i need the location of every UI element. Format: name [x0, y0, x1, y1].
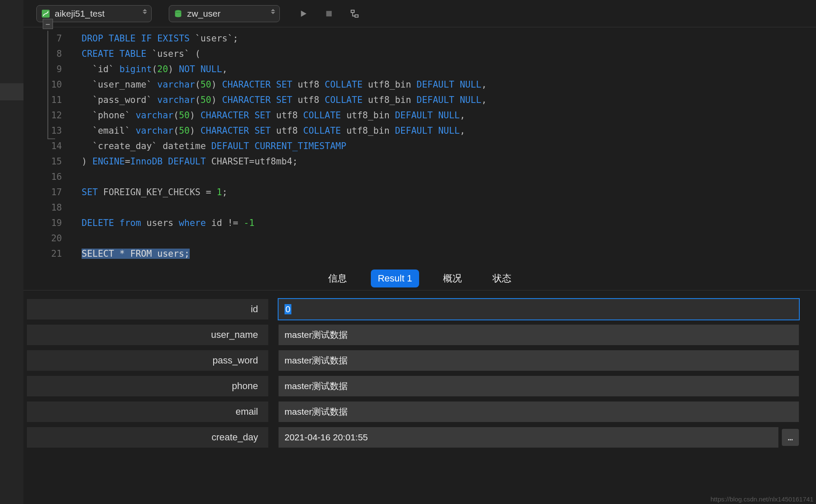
line-number: 20 [23, 231, 62, 246]
tab-info[interactable]: 信息 [321, 269, 354, 288]
line-number: 8 [23, 46, 62, 62]
tab-result[interactable]: Result 1 [371, 270, 419, 287]
line-number: 12 [23, 108, 62, 123]
sql-editor[interactable]: 789101112131415161718192021 − DROP TABLE… [23, 27, 816, 267]
line-number: 15 [23, 154, 62, 169]
code-line[interactable]: SET FOREIGN_KEY_CHECKS = 1; [82, 185, 816, 200]
code-line[interactable]: `phone` varchar(50) CHARACTER SET utf8 C… [82, 108, 816, 123]
field-value[interactable]: master测试数据 [279, 325, 799, 345]
fold-toggle-icon[interactable]: − [43, 27, 53, 29]
mysql-icon [41, 9, 50, 18]
form-row-phone: phonemaster测试数据 [27, 376, 799, 396]
database-selector[interactable]: zw_user [169, 5, 280, 22]
form-row-user_name: user_namemaster测试数据 [27, 325, 799, 345]
field-label: phone [27, 376, 268, 396]
query-toolbar: aikeji51_test zw_user [23, 0, 816, 27]
svg-rect-5 [355, 15, 358, 17]
line-number: 10 [23, 77, 62, 92]
code-line[interactable]: DROP TABLE IF EXISTS `users`; [82, 31, 816, 46]
fold-guide-end [47, 138, 55, 139]
code-line[interactable]: ) ENGINE=InnoDB DEFAULT CHARSET=utf8mb4; [82, 154, 816, 169]
line-number: 9 [23, 62, 62, 77]
more-button[interactable]: … [782, 429, 799, 446]
code-line[interactable]: SELECT * FROM users; [82, 246, 816, 261]
svg-rect-4 [351, 10, 354, 12]
code-line[interactable]: `id` bigint(20) NOT NULL, [82, 62, 816, 77]
field-label: id [27, 299, 268, 319]
code-line[interactable]: DELETE from users where id != -1 [82, 215, 816, 231]
connection-selector[interactable]: aikeji51_test [36, 5, 152, 22]
database-icon [173, 9, 183, 18]
form-row-email: emailmaster测试数据 [27, 401, 799, 422]
tab-status[interactable]: 状态 [486, 269, 518, 288]
database-name: zw_user [187, 9, 220, 19]
line-number: 11 [23, 92, 62, 108]
line-number: 18 [23, 200, 62, 215]
tab-summary[interactable]: 概况 [436, 269, 469, 288]
field-value[interactable]: 2021-04-16 20:01:55 [279, 427, 778, 448]
form-row-id: id0 [27, 299, 799, 319]
code-line[interactable]: `user_name` varchar(50) CHARACTER SET ut… [82, 77, 816, 92]
sidebar-active-indicator [0, 83, 23, 100]
line-number: 19 [23, 215, 62, 231]
code-line[interactable]: `create_day` datetime DEFAULT CURRENT_TI… [82, 138, 816, 154]
left-sidebar [0, 0, 23, 504]
field-label: pass_word [27, 350, 268, 371]
code-line[interactable]: `email` varchar(50) CHARACTER SET utf8 C… [82, 123, 816, 138]
line-number: 16 [23, 169, 62, 185]
line-number: 13 [23, 123, 62, 138]
run-button[interactable] [297, 7, 310, 20]
code-line[interactable]: CREATE TABLE `users` ( [82, 46, 816, 62]
field-label: email [27, 401, 268, 422]
line-number: 17 [23, 185, 62, 200]
field-label: create_day [27, 427, 268, 448]
connection-name: aikeji51_test [55, 9, 105, 19]
form-row-create_day: create_day2021-04-16 20:01:55… [27, 427, 799, 448]
chevron-updown-icon [143, 9, 147, 14]
line-number: 21 [23, 246, 62, 261]
stop-button[interactable] [323, 7, 335, 20]
field-value[interactable]: master测试数据 [279, 401, 799, 422]
code-line[interactable] [82, 200, 816, 215]
code-line[interactable] [82, 231, 816, 246]
line-number: 14 [23, 138, 62, 154]
field-value[interactable]: master测试数据 [279, 350, 799, 371]
svg-rect-3 [326, 11, 332, 16]
explain-button[interactable] [348, 7, 361, 20]
chevron-updown-icon [271, 9, 275, 14]
field-label: user_name [27, 325, 268, 345]
code-line[interactable] [82, 169, 816, 185]
result-form-view: id0user_namemaster测试数据pass_wordmaster测试数… [23, 290, 816, 504]
result-tab-bar: 信息 Result 1 概况 状态 [23, 267, 816, 290]
field-value[interactable]: master测试数据 [279, 376, 799, 396]
form-row-pass_word: pass_wordmaster测试数据 [27, 350, 799, 371]
line-number: 7 [23, 31, 62, 46]
field-value[interactable]: 0 [279, 299, 799, 319]
fold-guide [47, 31, 48, 138]
code-line[interactable]: `pass_word` varchar(50) CHARACTER SET ut… [82, 92, 816, 108]
watermark-text: https://blog.csdn.net/nlx1450161741 [710, 495, 813, 503]
